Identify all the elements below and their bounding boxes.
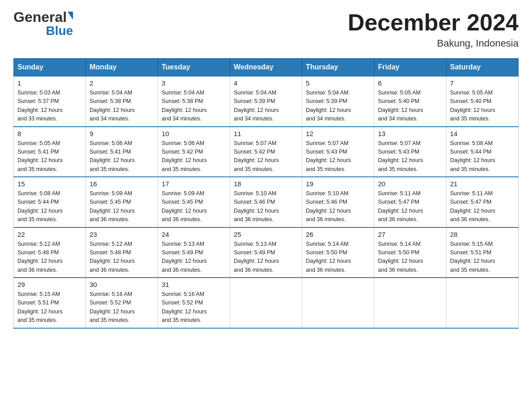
col-thursday: Thursday xyxy=(302,59,374,77)
day-number: 5 xyxy=(306,79,370,87)
day-number: 16 xyxy=(90,180,154,188)
day-info-line: and 36 minutes. xyxy=(90,266,154,274)
day-info: Sunrise: 5:14 AMSunset: 5:50 PMDaylight:… xyxy=(306,240,370,275)
day-info: Sunrise: 5:06 AMSunset: 5:42 PMDaylight:… xyxy=(162,139,226,174)
day-info-line: Daylight: 12 hours xyxy=(90,106,154,115)
day-number: 23 xyxy=(90,231,154,238)
day-info-line: Sunset: 5:47 PM xyxy=(378,198,442,206)
day-info: Sunrise: 5:05 AMSunset: 5:40 PMDaylight:… xyxy=(450,89,515,124)
day-info-line: and 36 minutes. xyxy=(162,266,226,274)
day-info: Sunrise: 5:05 AMSunset: 5:40 PMDaylight:… xyxy=(378,89,442,124)
table-row: 31Sunrise: 5:16 AMSunset: 5:52 PMDayligh… xyxy=(158,278,230,328)
table-row: 29Sunrise: 5:15 AMSunset: 5:51 PMDayligh… xyxy=(14,278,86,328)
day-info-line: Sunset: 5:40 PM xyxy=(450,97,515,106)
day-info-line: Sunrise: 5:04 AM xyxy=(162,89,226,97)
day-info-line: Sunset: 5:41 PM xyxy=(90,148,154,156)
col-saturday: Saturday xyxy=(446,59,519,77)
day-number: 28 xyxy=(450,231,515,238)
day-info: Sunrise: 5:05 AMSunset: 5:41 PMDaylight:… xyxy=(17,139,82,174)
table-row: 14Sunrise: 5:08 AMSunset: 5:44 PMDayligh… xyxy=(446,127,519,177)
day-info-line: Sunset: 5:37 PM xyxy=(17,97,82,106)
calendar-week-1: 1Sunrise: 5:03 AMSunset: 5:37 PMDaylight… xyxy=(14,76,519,127)
calendar-week-4: 22Sunrise: 5:12 AMSunset: 5:48 PMDayligh… xyxy=(14,227,519,278)
day-info-line: and 36 minutes. xyxy=(17,266,82,274)
day-info-line: Daylight: 12 hours xyxy=(378,106,442,115)
calendar-week-5: 29Sunrise: 5:15 AMSunset: 5:51 PMDayligh… xyxy=(14,278,519,328)
day-info: Sunrise: 5:07 AMSunset: 5:43 PMDaylight:… xyxy=(378,139,442,174)
table-row: 5Sunrise: 5:04 AMSunset: 5:39 PMDaylight… xyxy=(302,76,374,127)
day-info-line: Sunset: 5:42 PM xyxy=(162,148,226,156)
day-info-line: Daylight: 12 hours xyxy=(306,156,370,165)
table-row: 28Sunrise: 5:15 AMSunset: 5:51 PMDayligh… xyxy=(446,227,519,278)
day-info-line: Daylight: 12 hours xyxy=(162,308,226,316)
col-monday: Monday xyxy=(86,59,158,77)
day-number: 8 xyxy=(17,130,82,137)
page-header: G eneral Blue December 2024 Bakung, Indo… xyxy=(13,9,519,49)
logo: G eneral Blue xyxy=(13,9,73,38)
day-number: 20 xyxy=(378,180,442,188)
day-info-line: and 36 minutes. xyxy=(306,266,370,274)
table-row: 23Sunrise: 5:12 AMSunset: 5:48 PMDayligh… xyxy=(86,227,158,278)
day-info-line: and 35 minutes. xyxy=(90,165,154,174)
day-info-line: and 34 minutes. xyxy=(162,115,226,123)
day-number: 13 xyxy=(378,130,442,137)
day-info-line: and 36 minutes. xyxy=(90,215,154,224)
day-info-line: Sunrise: 5:15 AM xyxy=(450,240,515,248)
day-info-line: Sunset: 5:48 PM xyxy=(17,248,82,257)
day-info-line: and 35 minutes. xyxy=(17,215,82,224)
day-info-line: Daylight: 12 hours xyxy=(234,207,298,215)
day-info-line: Sunrise: 5:07 AM xyxy=(378,139,442,148)
col-wednesday: Wednesday xyxy=(230,59,302,77)
table-row xyxy=(446,278,519,328)
table-row: 18Sunrise: 5:10 AMSunset: 5:46 PMDayligh… xyxy=(230,177,302,227)
day-info-line: Sunset: 5:43 PM xyxy=(378,148,442,156)
day-number: 30 xyxy=(90,281,154,288)
day-number: 6 xyxy=(378,79,442,87)
day-info-line: Daylight: 12 hours xyxy=(234,106,298,115)
table-row: 22Sunrise: 5:12 AMSunset: 5:48 PMDayligh… xyxy=(14,227,86,278)
col-sunday: Sunday xyxy=(14,59,86,77)
day-info-line: Daylight: 12 hours xyxy=(234,257,298,265)
day-info-line: Sunset: 5:39 PM xyxy=(306,97,370,106)
day-info-line: Sunset: 5:52 PM xyxy=(90,299,154,307)
table-row: 27Sunrise: 5:14 AMSunset: 5:50 PMDayligh… xyxy=(374,227,446,278)
table-row: 4Sunrise: 5:04 AMSunset: 5:39 PMDaylight… xyxy=(230,76,302,127)
day-info-line: Sunset: 5:39 PM xyxy=(234,97,298,106)
table-row xyxy=(374,278,446,328)
day-info-line: Sunrise: 5:10 AM xyxy=(234,189,298,198)
day-info-line: and 35 minutes. xyxy=(450,115,515,123)
day-info-line: Daylight: 12 hours xyxy=(450,257,515,265)
table-row: 26Sunrise: 5:14 AMSunset: 5:50 PMDayligh… xyxy=(302,227,374,278)
day-info-line: Sunrise: 5:16 AM xyxy=(90,290,154,299)
day-info-line: Sunset: 5:38 PM xyxy=(162,97,226,106)
day-info: Sunrise: 5:11 AMSunset: 5:47 PMDaylight:… xyxy=(378,189,442,224)
day-info-line: Daylight: 12 hours xyxy=(306,207,370,215)
day-info-line: Daylight: 12 hours xyxy=(162,207,226,215)
day-info-line: and 34 minutes. xyxy=(306,115,370,123)
day-info-line: and 34 minutes. xyxy=(378,115,442,123)
day-info-line: Sunrise: 5:07 AM xyxy=(234,139,298,148)
table-row xyxy=(230,278,302,328)
day-number: 11 xyxy=(234,130,298,137)
day-info: Sunrise: 5:16 AMSunset: 5:52 PMDaylight:… xyxy=(90,290,154,325)
day-info: Sunrise: 5:04 AMSunset: 5:38 PMDaylight:… xyxy=(90,89,154,124)
calendar-header-row: Sunday Monday Tuesday Wednesday Thursday… xyxy=(14,59,519,77)
day-info-line: Sunrise: 5:07 AM xyxy=(306,139,370,148)
day-info-line: Daylight: 12 hours xyxy=(17,257,82,265)
day-info-line: Sunset: 5:45 PM xyxy=(162,198,226,206)
day-info-line: and 35 minutes. xyxy=(90,316,154,325)
day-info: Sunrise: 5:06 AMSunset: 5:41 PMDaylight:… xyxy=(90,139,154,174)
day-info: Sunrise: 5:08 AMSunset: 5:44 PMDaylight:… xyxy=(17,189,82,224)
day-info-line: Sunset: 5:44 PM xyxy=(17,198,82,206)
table-row: 20Sunrise: 5:11 AMSunset: 5:47 PMDayligh… xyxy=(374,177,446,227)
table-row: 6Sunrise: 5:05 AMSunset: 5:40 PMDaylight… xyxy=(374,76,446,127)
day-info-line: Sunrise: 5:15 AM xyxy=(17,290,82,299)
day-info-line: and 35 minutes. xyxy=(378,165,442,174)
day-info-line: Sunrise: 5:13 AM xyxy=(234,240,298,248)
day-info-line: Sunrise: 5:04 AM xyxy=(306,89,370,97)
day-info: Sunrise: 5:14 AMSunset: 5:50 PMDaylight:… xyxy=(378,240,442,275)
day-info-line: Daylight: 12 hours xyxy=(306,106,370,115)
day-info-line: Sunset: 5:50 PM xyxy=(306,248,370,257)
table-row xyxy=(302,278,374,328)
day-info: Sunrise: 5:12 AMSunset: 5:48 PMDaylight:… xyxy=(17,240,82,275)
